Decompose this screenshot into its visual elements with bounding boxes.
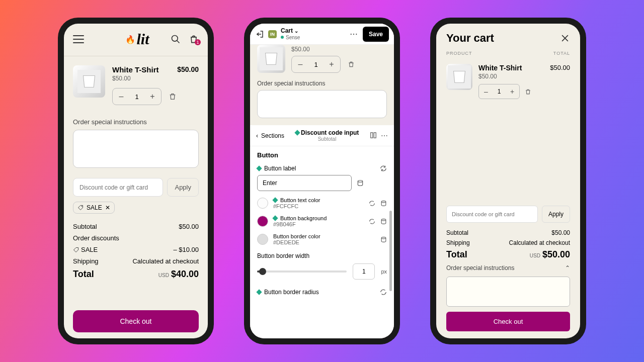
database-icon[interactable]	[357, 179, 364, 187]
diamond-icon	[256, 165, 262, 171]
shipping-label: Shipping	[73, 257, 99, 265]
color-swatch[interactable]	[257, 234, 268, 245]
more-icon[interactable]: ⋯	[381, 132, 388, 140]
product-total: $50.00	[550, 64, 570, 72]
trash-icon[interactable]	[169, 93, 177, 101]
cart-item: White T-Shirt $50.00 $50.00 – 1 +	[73, 65, 199, 105]
svg-point-8	[381, 201, 386, 202]
product-unit-price: $50.00	[291, 46, 387, 53]
col-product: PRODUCT	[446, 51, 472, 56]
more-icon[interactable]: ⋯	[348, 29, 360, 39]
database-icon[interactable]	[380, 218, 387, 225]
color-field-bg[interactable]: Button background #9B046F	[250, 212, 394, 230]
trash-icon[interactable]	[525, 88, 531, 95]
product-total: $50.00	[177, 65, 199, 74]
total-label: Total	[446, 249, 467, 260]
sync-icon[interactable]	[380, 165, 387, 172]
total-value: $50.00	[542, 249, 570, 259]
qty-value: 1	[130, 93, 144, 101]
product-thumbnail	[73, 65, 105, 98]
button-label-input[interactable]	[257, 175, 352, 191]
quantity-stepper[interactable]: – 1 +	[112, 88, 162, 105]
svg-point-7	[358, 180, 363, 183]
quantity-stepper[interactable]: – 1 +	[478, 84, 520, 99]
layout-icon[interactable]	[370, 132, 377, 139]
color-field-text[interactable]: Button text color #FCFCFC	[250, 194, 394, 212]
cart-icon[interactable]: 1	[189, 34, 199, 44]
quantity-stepper[interactable]: – 1 +	[291, 56, 341, 73]
checkout-button[interactable]: Check out	[446, 312, 570, 331]
color-field-border[interactable]: Button border color #DEDEDE	[250, 230, 394, 248]
col-total: TOTAL	[553, 51, 570, 56]
diamond-icon	[272, 215, 278, 221]
svg-point-3	[82, 206, 82, 207]
discount-input[interactable]	[73, 178, 163, 197]
color-swatch[interactable]	[257, 216, 268, 227]
svg-point-9	[381, 219, 386, 220]
color-hex: #9B046F	[273, 221, 364, 227]
instructions-textarea[interactable]	[73, 130, 199, 168]
page-selector[interactable]: Cart	[281, 27, 293, 34]
discount-input[interactable]	[446, 206, 538, 223]
diamond-icon	[272, 197, 278, 203]
qty-minus[interactable]: –	[479, 87, 493, 96]
color-swatch[interactable]	[257, 198, 268, 209]
border-width-input[interactable]	[353, 263, 375, 280]
sync-icon[interactable]	[380, 289, 387, 296]
product-title: White T-Shirt	[478, 64, 522, 72]
subtotal-label: Subtotal	[446, 229, 468, 236]
breadcrumb-back[interactable]: ‹Sections	[256, 132, 284, 139]
svg-line-1	[177, 41, 179, 43]
menu-icon[interactable]	[73, 35, 84, 43]
diamond-icon	[256, 289, 262, 295]
scrollbar[interactable]	[389, 211, 392, 291]
discounts-label: Order discounts	[73, 234, 119, 242]
qty-plus[interactable]: +	[144, 88, 161, 105]
subtotal-label: Subtotal	[73, 223, 97, 230]
apply-button[interactable]: Apply	[542, 206, 570, 223]
sale-amount: – $10.00	[173, 246, 199, 253]
sync-icon[interactable]	[369, 218, 375, 225]
chevron-down-icon[interactable]: ⌄	[294, 28, 298, 34]
instructions-toggle[interactable]: Order special instructions ⌃	[446, 261, 570, 275]
border-width-label: Button border width	[250, 248, 394, 260]
shipping-value: Calculated at checkout	[132, 257, 199, 265]
qty-minus[interactable]: –	[292, 56, 309, 72]
page-title: Your cart	[446, 32, 494, 45]
breadcrumb-subtitle: Subtotal	[284, 136, 370, 142]
tag-icon	[77, 205, 84, 211]
close-icon[interactable]	[560, 33, 570, 43]
qty-value: 1	[493, 88, 505, 95]
instructions-label: Order special instructions	[73, 118, 199, 126]
breadcrumb-title: Discount code input	[301, 129, 359, 136]
sync-icon[interactable]	[369, 200, 375, 207]
qty-plus[interactable]: +	[323, 56, 340, 72]
cart-item: White T-Shirt $50.00 $50.00 – 1 +	[446, 64, 570, 99]
color-hex: #DEDEDE	[273, 239, 375, 245]
chip-remove[interactable]: ✕	[105, 204, 110, 211]
field-label: Button label	[264, 165, 296, 172]
cart-badge: 1	[195, 39, 201, 45]
apply-button[interactable]: Apply	[167, 178, 199, 197]
section-heading: Button	[250, 146, 394, 162]
exit-icon[interactable]	[255, 30, 264, 39]
instructions-textarea[interactable]	[257, 90, 387, 118]
checkout-button[interactable]: Check out	[73, 310, 199, 332]
field-label: Button border radius	[264, 289, 319, 296]
shipping-label: Shipping	[446, 239, 470, 246]
search-icon[interactable]	[171, 34, 181, 44]
database-icon[interactable]	[380, 236, 387, 243]
database-icon[interactable]	[380, 200, 387, 207]
total-value: $40.00	[171, 269, 199, 279]
product-title: White T-Shirt	[112, 65, 159, 74]
svg-point-0	[172, 36, 178, 42]
subtotal-value: $50.00	[551, 229, 570, 236]
qty-plus[interactable]: +	[505, 87, 519, 96]
border-width-slider[interactable]	[257, 270, 347, 273]
discount-chip[interactable]: SALE ✕	[73, 202, 115, 214]
qty-minus[interactable]: –	[113, 88, 130, 105]
color-hex: #FCFCFC	[273, 203, 364, 209]
trash-icon[interactable]	[348, 61, 355, 68]
save-button[interactable]: Save	[363, 27, 389, 42]
instructions-textarea[interactable]	[446, 277, 570, 307]
